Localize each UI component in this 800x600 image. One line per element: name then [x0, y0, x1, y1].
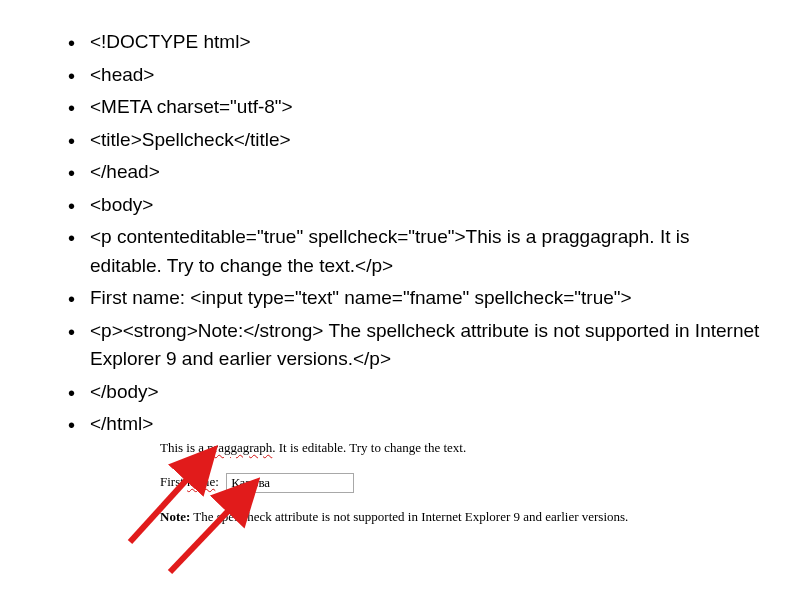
code-line: </body>: [90, 378, 760, 407]
code-line: <head>: [90, 61, 760, 90]
code-line: <p><strong>Note:</strong> The spellcheck…: [90, 317, 760, 374]
code-line: <body>: [90, 191, 760, 220]
note-strong: Note:: [160, 509, 190, 524]
code-text: </html>: [90, 413, 153, 434]
code-text: <head>: [90, 64, 154, 85]
code-text: </head>: [90, 161, 160, 182]
code-text: First name: <input type="text" name="fna…: [90, 287, 632, 308]
label-text: First: [160, 474, 187, 489]
code-text: <p><strong>Note:</strong> The spellcheck…: [90, 320, 759, 370]
code-line: </head>: [90, 158, 760, 187]
note-text: The spellcheck attribute is not supporte…: [190, 509, 628, 524]
code-line: <!DOCTYPE html>: [90, 28, 760, 57]
misspelled-word: praggagraph: [207, 440, 272, 455]
label-text: :: [215, 474, 222, 489]
code-text: <title>Spellcheck</title>: [90, 129, 291, 150]
code-text: <p contenteditable="true" spellcheck="tr…: [90, 226, 689, 276]
paragraph-text: . It is editable. Try to change the text…: [272, 440, 466, 455]
code-text: <META charset="utf-8">: [90, 96, 293, 117]
code-text: </body>: [90, 381, 159, 402]
code-text: <!DOCTYPE html>: [90, 31, 251, 52]
first-name-input[interactable]: [226, 473, 354, 493]
rendered-output: This is a praggagraph. It is editable. T…: [160, 438, 780, 526]
code-line: </html>: [90, 410, 760, 439]
editable-paragraph[interactable]: This is a praggagraph. It is editable. T…: [160, 438, 780, 458]
paragraph-text: This is a: [160, 440, 207, 455]
code-listing: <!DOCTYPE html> <head> <META charset="ut…: [0, 0, 800, 439]
code-line: <META charset="utf-8">: [90, 93, 760, 122]
note-paragraph: Note: The spellcheck attribute is not su…: [160, 507, 780, 527]
label-text: name: [187, 474, 215, 489]
code-line: <p contenteditable="true" spellcheck="tr…: [90, 223, 760, 280]
first-name-label: First name:: [160, 474, 222, 489]
code-text: <body>: [90, 194, 153, 215]
first-name-row: First name:: [160, 472, 780, 493]
code-line: First name: <input type="text" name="fna…: [90, 284, 760, 313]
code-line: <title>Spellcheck</title>: [90, 126, 760, 155]
